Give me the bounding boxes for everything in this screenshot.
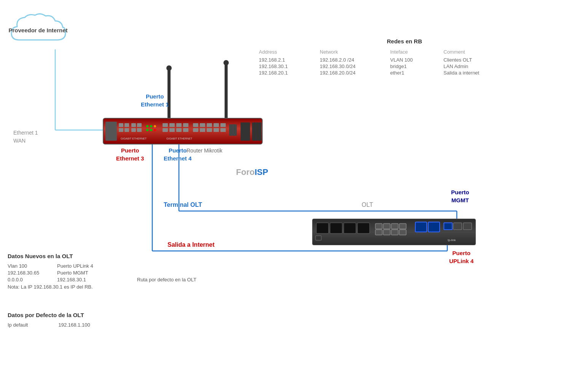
svg-rect-9 xyxy=(119,123,123,127)
svg-rect-16 xyxy=(137,128,142,132)
redes-row2-address: 192.168.30.1 xyxy=(259,63,316,69)
antenna-right xyxy=(225,63,228,118)
datos-nuevos-r3c1: 0.0.0.0 xyxy=(8,277,53,282)
datos-nuevos-title: Datos Nuevos en la OLT xyxy=(8,253,196,259)
redes-header-interface: Inteface xyxy=(390,49,440,56)
antenna-ball-left xyxy=(166,65,172,71)
redes-header-address: Address xyxy=(259,49,316,56)
redes-row2-interface: bridge1 xyxy=(390,63,440,69)
svg-rect-32 xyxy=(200,123,205,127)
svg-rect-55 xyxy=(383,230,390,235)
datos-defecto-row: Ip default 192.168.1.100 xyxy=(8,322,90,328)
svg-rect-36 xyxy=(193,128,198,132)
diagram-container: Proveedor de Internet xyxy=(0,0,571,392)
cloud-label: Proveedor de Internet xyxy=(8,11,69,49)
svg-rect-37 xyxy=(200,128,205,132)
svg-rect-38 xyxy=(207,128,212,132)
datos-defecto-title: Datos por Defecto de la OLT xyxy=(8,312,90,318)
svg-rect-28 xyxy=(169,128,175,132)
datos-nuevos-r3c3: Ruta por defecto en la OLT xyxy=(137,277,196,282)
svg-rect-58 xyxy=(415,222,427,232)
datos-defecto-label: Ip default xyxy=(8,322,28,328)
datos-nuevos-r2c2: Puerto MGMT xyxy=(57,270,133,276)
svg-rect-11 xyxy=(119,128,123,132)
ethernet1-wan-label: Ethernet 1 WAN xyxy=(13,129,38,145)
terminal-olt-label: Terminal OLT xyxy=(164,202,202,208)
svg-point-18 xyxy=(150,125,152,127)
olt-label: OLT xyxy=(362,202,373,208)
svg-rect-8 xyxy=(105,122,117,141)
svg-rect-61 xyxy=(453,223,462,230)
puerto-mgmt-label: Puerto MGMT xyxy=(451,188,469,204)
svg-rect-49 xyxy=(357,223,370,233)
puerto-eth3-label: Puerto Ethernet 3 xyxy=(116,146,144,162)
svg-rect-30 xyxy=(183,128,188,132)
router-mikrotik: GIGABIT ETHERNET GIGABIT ETHERNET xyxy=(103,118,263,144)
svg-rect-52 xyxy=(391,224,398,229)
svg-rect-59 xyxy=(428,222,440,232)
svg-rect-39 xyxy=(214,128,219,132)
svg-rect-42 xyxy=(241,122,250,141)
redes-row2-network: 192.168.30.0/24 xyxy=(320,63,386,69)
svg-rect-12 xyxy=(124,128,129,132)
svg-rect-27 xyxy=(163,128,168,132)
svg-rect-10 xyxy=(124,123,129,127)
redes-en-rb-table: Redes en RB Address Network Inteface Com… xyxy=(259,38,512,76)
redes-table-title: Redes en RB xyxy=(297,38,512,44)
svg-text:GIGABIT ETHERNET: GIGABIT ETHERNET xyxy=(121,137,147,140)
svg-rect-54 xyxy=(375,230,382,235)
antenna-ball-right xyxy=(223,60,229,65)
redes-row1-network: 192.168.2.0 /24 xyxy=(320,57,386,63)
redes-row3-address: 192.168.20.1 xyxy=(259,70,316,76)
svg-rect-14 xyxy=(137,123,142,127)
puerto-eth4-label: Puerto Ethernet 4 xyxy=(164,146,191,162)
svg-rect-35 xyxy=(220,123,226,127)
svg-rect-25 xyxy=(176,123,182,127)
svg-rect-43 xyxy=(252,122,262,141)
svg-rect-26 xyxy=(183,123,188,127)
datos-defecto-value: 192.168.1.100 xyxy=(59,322,90,328)
svg-rect-46 xyxy=(316,223,329,233)
redes-row3-comment: Salida a internet xyxy=(443,70,512,76)
svg-point-19 xyxy=(154,125,156,127)
svg-rect-41 xyxy=(229,124,237,136)
svg-rect-40 xyxy=(220,128,226,132)
redes-row2-comment: LAN Admin xyxy=(443,63,512,69)
redes-row1-address: 192.168.2.1 xyxy=(259,57,316,63)
foroISP-watermark: ForoISP xyxy=(236,167,268,177)
datos-defecto-section: Datos por Defecto de la OLT Ip default 1… xyxy=(8,312,90,328)
svg-rect-62 xyxy=(463,223,472,230)
svg-rect-24 xyxy=(169,123,175,127)
datos-nuevos-r1c1: Vlan 100 xyxy=(8,263,53,269)
svg-point-22 xyxy=(154,129,156,131)
svg-text:GIGABIT ETHERNET: GIGABIT ETHERNET xyxy=(166,137,193,140)
svg-rect-29 xyxy=(176,128,182,132)
redes-header-network: Network xyxy=(320,49,386,56)
redes-row1-interface: VLAN 100 xyxy=(390,57,440,63)
svg-rect-53 xyxy=(399,224,406,229)
svg-point-17 xyxy=(146,125,148,127)
datos-nuevos-r1c2: Puerto UPLink 4 xyxy=(57,263,133,269)
redes-row3-interface: ether1 xyxy=(390,70,440,76)
redes-row3-network: 192.168.20.0/24 xyxy=(320,70,386,76)
svg-rect-50 xyxy=(375,224,382,229)
svg-rect-33 xyxy=(207,123,212,127)
datos-nuevos-r3c2: 192.168.30.1 xyxy=(57,277,133,282)
svg-rect-15 xyxy=(131,128,136,132)
datos-nuevos-nota: Nota: La IP 192.168.30.1 es IP del RB. xyxy=(8,284,196,290)
puerto-uplink4-label: Puerto UPLink 4 xyxy=(449,249,474,265)
svg-rect-64 xyxy=(316,236,321,240)
datos-nuevos-r1c3 xyxy=(137,263,196,269)
datos-nuevos-section: Datos Nuevos en la OLT Vlan 100 Puerto U… xyxy=(8,253,196,290)
datos-nuevos-r2c1: 192.168.30.65 xyxy=(8,270,53,276)
puerto-eth1-label: Puerto Ethernet 1 xyxy=(141,92,169,108)
svg-point-21 xyxy=(150,129,152,131)
router-label: Router Mikrotik xyxy=(187,148,222,154)
redes-row1-comment: Clientes OLT xyxy=(443,57,512,63)
redes-header-comment: Comment xyxy=(443,49,512,56)
svg-rect-48 xyxy=(344,223,356,233)
svg-rect-13 xyxy=(131,123,136,127)
svg-rect-56 xyxy=(391,230,398,235)
svg-rect-57 xyxy=(399,230,406,235)
svg-point-20 xyxy=(146,129,148,131)
